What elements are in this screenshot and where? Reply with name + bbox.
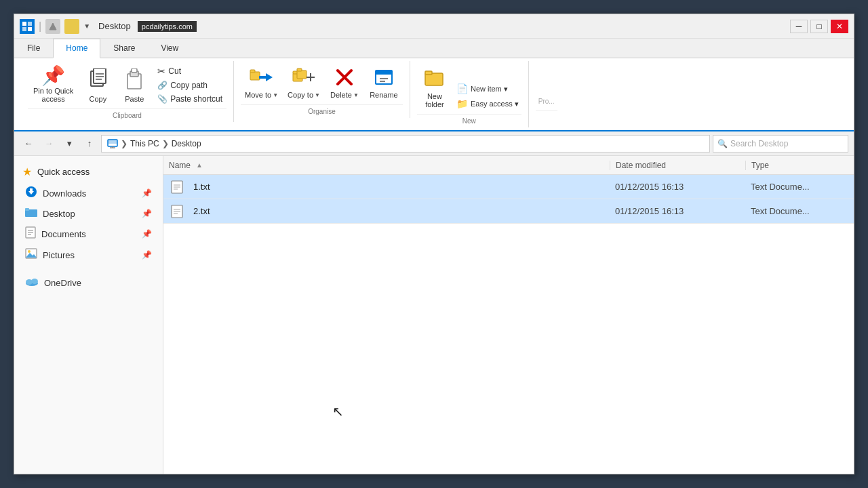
onedrive-label: OneDrive [44, 278, 81, 288]
content-area: ★ Quick access Downloads 📌 Desktop 📌 [14, 156, 854, 474]
delete-arrow: ▼ [353, 92, 359, 98]
svg-rect-37 [25, 208, 29, 211]
organise-label: Organise [241, 104, 403, 115]
sort-indicator: ▲ [196, 161, 203, 169]
pictures-label: Pictures [43, 250, 75, 260]
paste-icon [125, 68, 144, 94]
file-row-1[interactable]: 1.txt 01/12/2015 16:13 Text Docume... [163, 175, 854, 199]
tab-view[interactable]: View [148, 39, 191, 58]
sidebar-item-pictures[interactable]: Pictures 📌 [14, 245, 163, 265]
copy-label: Copy [89, 95, 106, 103]
title-dropdown-arrow[interactable]: ▼ [83, 22, 90, 30]
up-button[interactable]: ↑ [81, 135, 98, 152]
new-buttons: Newfolder 📄 New item ▾ 📁 Easy access ▾ [417, 64, 521, 111]
new-folder-icon [424, 66, 446, 91]
explorer-window: | ▼ Desktop pcdailytips.com ─ □ ✕ File H… [14, 14, 854, 474]
pin-quick-access-button[interactable]: 📌 Pin to Quickaccess [28, 64, 79, 106]
address-path[interactable]: ❯ This PC ❯ Desktop [101, 135, 710, 152]
desktop-folder-icon [25, 207, 37, 220]
move-to-button[interactable]: Move to ▼ [241, 64, 282, 102]
new-folder-button[interactable]: Newfolder [417, 64, 452, 111]
clipboard-group: 📌 Pin to Quickaccess Copy [21, 61, 234, 122]
close-button[interactable]: ✕ [831, 20, 848, 33]
clipboard-small-buttons: ✂ Cut 🔗 Copy path 📎 Paste shortcut [153, 64, 226, 106]
svg-rect-30 [108, 140, 117, 144]
path-sep-2: ❯ [162, 139, 169, 148]
minimize-button[interactable]: ─ [790, 20, 808, 33]
paste-shortcut-button[interactable]: 📎 Paste shortcut [153, 92, 226, 106]
copy-path-button[interactable]: 🔗 Copy path [153, 79, 226, 92]
col-date-label: Date modified [616, 161, 666, 170]
copy-to-button[interactable]: Copy to ▼ [283, 64, 324, 102]
quick-access-icon[interactable] [45, 19, 60, 34]
copy-icon [88, 68, 107, 94]
svg-point-47 [31, 279, 38, 284]
downloads-label: Downloads [43, 188, 86, 199]
col-type: Type [745, 161, 854, 170]
new-item-button[interactable]: 📄 New item ▾ [454, 81, 521, 96]
rename-button[interactable]: Rename [365, 64, 403, 102]
open-group: Pro... [529, 61, 564, 117]
svg-rect-0 [22, 22, 26, 26]
svg-rect-24 [376, 70, 392, 75]
tab-file[interactable]: File [14, 39, 53, 58]
file-1-date: 01/12/2015 16:13 [610, 182, 745, 192]
paste-shortcut-label: Paste shortcut [170, 94, 222, 104]
svg-rect-28 [425, 71, 432, 75]
col-type-label: Type [751, 161, 769, 170]
easy-access-button[interactable]: 📁 Easy access ▾ [454, 96, 521, 111]
empty-file-area [163, 224, 854, 474]
file-1-icon [169, 179, 185, 195]
back-button[interactable]: ← [20, 135, 37, 152]
file-1-name: 1.txt [191, 182, 610, 192]
documents-icon [25, 226, 36, 241]
delete-button[interactable]: Delete ▼ [326, 64, 363, 102]
tab-share[interactable]: Share [100, 39, 148, 58]
sidebar-quick-access-header[interactable]: ★ Quick access [14, 161, 163, 182]
move-to-label-row: Move to ▼ [245, 91, 278, 99]
sidebar-item-documents[interactable]: Documents 📌 [14, 223, 163, 245]
organise-buttons: Move to ▼ [241, 64, 403, 102]
paste-button[interactable]: Paste [117, 66, 152, 106]
pin-icon: 📌 [41, 66, 65, 85]
col-name-label: Name [169, 161, 191, 170]
svg-rect-12 [250, 72, 260, 80]
pictures-icon [25, 248, 37, 262]
tab-home[interactable]: Home [53, 39, 100, 58]
title-sep: | [39, 20, 41, 33]
file-row-2[interactable]: 2.txt 01/12/2015 16:13 Text Docume... [163, 199, 854, 224]
quick-access-star-icon: ★ [22, 165, 32, 178]
maximize-button[interactable]: □ [810, 20, 828, 33]
sidebar-item-desktop[interactable]: Desktop 📌 [14, 204, 163, 223]
title-bar: | ▼ Desktop pcdailytips.com ─ □ ✕ [14, 14, 854, 39]
open-buttons: Pro... [536, 64, 557, 108]
paste-label: Paste [125, 95, 144, 103]
easy-access-icon: 📁 [456, 98, 468, 109]
sidebar-item-downloads[interactable]: Downloads 📌 [14, 182, 163, 204]
documents-pin-icon: 📌 [142, 229, 152, 239]
svg-rect-2 [22, 27, 26, 31]
address-bar: ← → ▾ ↑ ❯ This PC ❯ Desktop 🔍 Search Des… [14, 131, 854, 156]
title-bar-folder-icon [64, 19, 79, 34]
dropdown-history-button[interactable]: ▾ [60, 135, 78, 152]
organise-group: Move to ▼ [234, 61, 410, 118]
pin-label: Pin to Quickaccess [33, 87, 73, 103]
svg-rect-13 [250, 70, 255, 73]
rename-icon [373, 66, 395, 91]
forward-button[interactable]: → [40, 135, 58, 152]
cut-icon: ✂ [157, 66, 165, 77]
sidebar-spacer [14, 265, 163, 273]
search-bar[interactable]: 🔍 Search Desktop [713, 135, 848, 152]
copy-to-arrow: ▼ [315, 92, 320, 98]
copy-to-label: Copy to [288, 91, 313, 99]
delete-label: Delete [330, 91, 352, 99]
sidebar-item-onedrive[interactable]: OneDrive [14, 273, 163, 292]
new-folder-label: Newfolder [425, 92, 444, 108]
svg-point-43 [28, 250, 31, 253]
file-list: Name ▲ Date modified Type 1.txt 01/12/20… [163, 156, 854, 474]
copy-to-icon [292, 66, 316, 91]
copy-button[interactable]: Copy [80, 66, 115, 106]
cut-button[interactable]: ✂ Cut [153, 64, 226, 79]
new-label: New [417, 114, 521, 125]
search-icon: 🔍 [717, 139, 728, 148]
